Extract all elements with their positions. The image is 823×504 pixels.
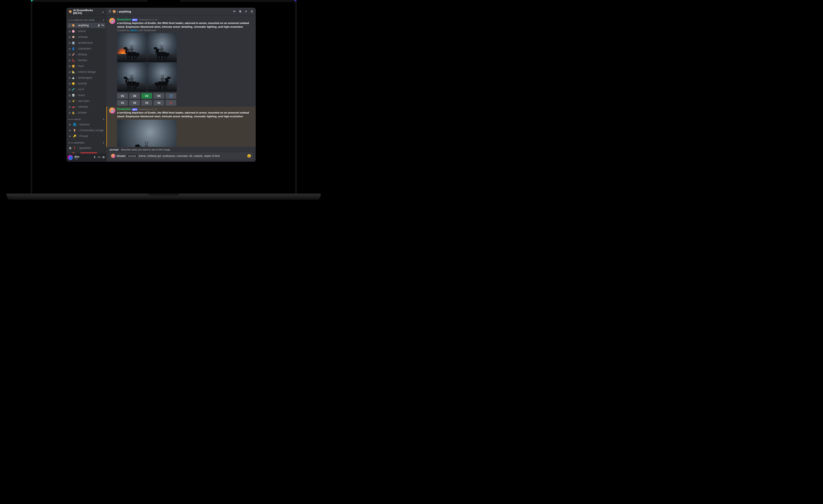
text-channel[interactable]: #✨|star-wars — [67, 98, 106, 104]
user-info[interactable]: Alex Alex — [74, 156, 79, 160]
with-label: with — [138, 29, 144, 32]
text-channel[interactable]: #🚗|vehicles — [67, 104, 106, 109]
text-channel[interactable]: #🧪|sci-fi — [67, 86, 106, 92]
text-channel[interactable]: #🌸|anime — [67, 28, 106, 34]
members-icon[interactable] — [251, 10, 254, 13]
text-channel[interactable]: #🏛️|architecture — [67, 40, 106, 46]
bot-avatar[interactable]: 🤖 — [109, 107, 115, 113]
message: 🤖 Dreambot BOT Yesterday at 17:46 a terr… — [109, 17, 253, 106]
text-channel[interactable]: #🚀|fantasy — [67, 52, 106, 57]
channel-name: private — [78, 111, 87, 114]
upscale-button-u4[interactable]: U4 — [153, 93, 164, 99]
channel-emoji: 👤 — [72, 47, 75, 50]
channel-name: landscapes — [78, 76, 92, 79]
variation-button-v1[interactable]: V1 — [117, 100, 128, 106]
channel-emoji: 🏡 — [72, 70, 75, 73]
add-channel-icon[interactable]: + — [103, 117, 105, 121]
voice-channel[interactable]: 🔑|Private — [67, 133, 106, 139]
hash-icon: # — [69, 70, 70, 74]
channel-list[interactable]: ✦ ━━ CREATE ART HERE + #🎨|anything#🌸|ani… — [66, 16, 107, 153]
laptop-notch — [147, 0, 180, 5]
close-icon: ✕ — [170, 101, 172, 105]
hash-icon: # — [109, 9, 111, 14]
channel-emoji: 🚀 — [72, 53, 75, 56]
reroll-button[interactable] — [166, 93, 176, 99]
message-highlighted: 🤖 Dreambot BOT Yesterday at 17:47 a terr… — [107, 106, 256, 147]
channel-emoji: ✨ — [72, 99, 75, 102]
upscale-button-u1[interactable]: U1 — [117, 93, 128, 99]
channel-topbar: # 🎨 | anything — [107, 8, 256, 16]
hash-icon: # — [69, 76, 70, 80]
cancel-button[interactable]: ✕ — [166, 100, 176, 106]
upscale-button-u2[interactable]: U2 — [129, 93, 140, 99]
input-value[interactable]: Astral, chillstep girl, synthwave, cinem… — [139, 155, 246, 157]
text-channel[interactable]: #🏡|interior-design — [67, 69, 106, 75]
generated-image-3[interactable] — [117, 63, 147, 92]
text-channel[interactable]: ❓|questions — [67, 145, 106, 151]
text-channel[interactable]: #🏔️|landscapes — [67, 75, 106, 80]
channel-emoji: 🌸 — [72, 30, 75, 33]
generated-image-single[interactable] — [117, 119, 177, 147]
notifications-icon[interactable] — [239, 10, 242, 13]
author-name[interactable]: Dreambot — [117, 18, 131, 21]
voice-channel[interactable]: 🌐|General — [67, 122, 106, 127]
generated-image-1[interactable] — [117, 33, 147, 62]
category-label: ✦ ━━ VOICE — [68, 118, 81, 120]
threads-icon[interactable] — [233, 10, 236, 13]
discord-window: 🎨 AI DreamWorks [BETA] ⌄ ✦ ━━ CREATE ART… — [66, 8, 256, 162]
bot-avatar[interactable]: 🤖 — [109, 18, 115, 24]
param-pill: prompt — [127, 154, 137, 158]
user-mention[interactable]: @Alex — [130, 29, 138, 32]
generated-image-2[interactable] — [147, 33, 177, 62]
settings-gear-icon[interactable] — [102, 156, 105, 160]
channel-name: portrait — [78, 82, 87, 85]
author-name[interactable]: Dreambot — [117, 107, 131, 111]
category-create-art[interactable]: ✦ ━━ CREATE ART HERE + — [67, 16, 106, 22]
text-channel[interactable]: #👤|characters — [67, 46, 106, 51]
chevron-down-icon: ⌄ — [102, 10, 104, 13]
text-channel[interactable]: #🐶|animals — [67, 34, 106, 40]
text-channel[interactable]: #💀|scary — [67, 92, 106, 98]
text-channel[interactable]: #📕|1 NEW MENTION — [67, 151, 106, 153]
voice-channel[interactable]: 🍹|Community Lounge — [67, 128, 106, 133]
variation-button-v3[interactable]: V3 — [141, 100, 152, 106]
message-list[interactable]: 🤖 Dreambot BOT Yesterday at 17:46 a terr… — [107, 16, 256, 147]
mic-icon[interactable] — [93, 156, 96, 160]
user-avatar[interactable]: 👤 — [68, 155, 73, 160]
text-channel[interactable]: #😊|portrait — [67, 81, 106, 86]
variation-button-v4[interactable]: V4 — [153, 100, 164, 106]
invite-icon[interactable] — [97, 23, 101, 27]
upscale-button-u3[interactable]: U3 — [141, 93, 152, 99]
emoji-picker-icon[interactable]: 😀 — [247, 154, 251, 158]
channel-name: star-wars — [78, 99, 90, 102]
server-icon: 🎨 — [69, 10, 72, 13]
text-channel[interactable]: #🎨|anything — [67, 23, 106, 28]
server-header[interactable]: 🎨 AI DreamWorks [BETA] ⌄ — [66, 8, 107, 16]
prompt-text: a terrifying depiction of Eredin, the Wi… — [117, 21, 253, 29]
generated-image-4[interactable] — [147, 63, 177, 92]
hash-icon: # — [69, 87, 70, 91]
image-grid[interactable] — [117, 33, 177, 92]
text-channel[interactable]: #👠|fashion — [67, 57, 106, 63]
text-channel[interactable]: #🔒|private — [67, 110, 106, 115]
main-content: # 🎨 | anything 🤖 — [107, 8, 256, 162]
bot-tag: BOT — [132, 108, 138, 111]
add-channel-icon[interactable]: + — [103, 18, 105, 22]
pinned-icon[interactable] — [244, 10, 248, 13]
text-channel[interactable]: #🍔|food — [67, 63, 106, 69]
category-voice[interactable]: ✦ ━━ VOICE + — [67, 115, 106, 121]
headphones-icon[interactable] — [98, 156, 101, 160]
channel-emoji: ❓ — [73, 147, 76, 150]
add-channel-icon[interactable]: + — [103, 141, 105, 145]
variation-row: V1V2V3V4✕ — [117, 100, 253, 106]
message-input[interactable]: /dream prompt Astral, chillstep girl, sy… — [109, 153, 253, 160]
variation-button-v2[interactable]: V2 — [129, 100, 140, 106]
category-support[interactable]: ✦ ━━ SUPPORT + — [67, 139, 106, 145]
gear-icon[interactable] — [101, 23, 104, 27]
channel-emoji: 🎨 — [72, 24, 75, 27]
channel-name: fashion — [78, 59, 87, 62]
slash-command: /dream — [117, 155, 126, 157]
hash-icon: # — [69, 82, 70, 86]
channel-name: sci-fi — [78, 88, 84, 91]
channel-emoji: 🚗 — [72, 105, 75, 108]
